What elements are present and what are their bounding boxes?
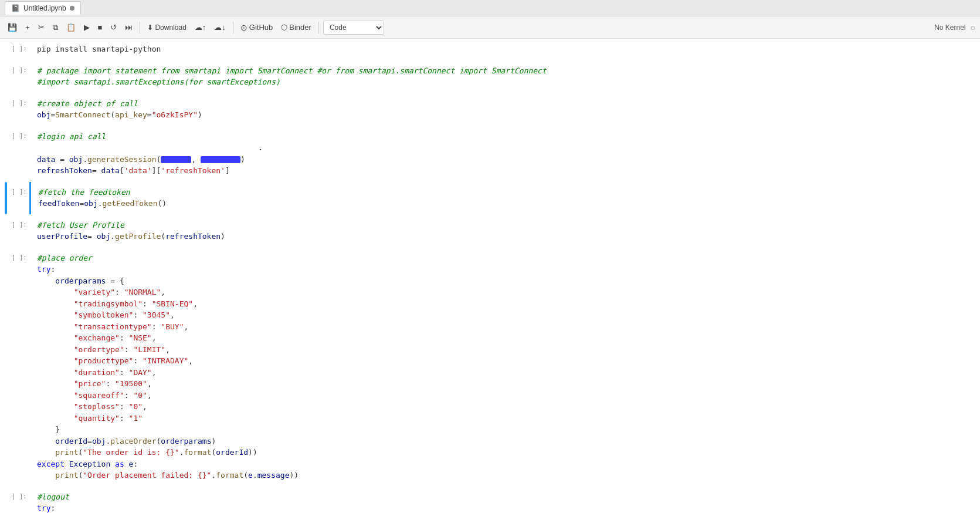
add-cell-button[interactable]: + (22, 21, 33, 33)
cell-5-content[interactable]: #fetch the feedtoken feedToken=obj.getFe… (29, 182, 980, 214)
github-label: GitHub (249, 23, 273, 32)
cell-3-content[interactable]: #create object of call obj=SmartConnect(… (29, 93, 980, 126)
kernel-status-icon: ○ (971, 23, 975, 32)
cell-1-content[interactable]: pip install smartapi-python (29, 39, 980, 60)
cell-7-label: [ ]: (12, 254, 28, 261)
cell-5-sidebar: [ ]: (0, 182, 29, 214)
save-button[interactable]: 💾 (5, 21, 20, 33)
cell-8-content[interactable]: #logout try: (29, 487, 980, 514)
cell-8-sidebar: [ ]: (0, 487, 29, 514)
cell-type-select[interactable]: Code Markdown Raw (323, 21, 384, 35)
cell-4-label: [ ]: (12, 132, 28, 140)
download-button[interactable]: ⬇ Download (144, 22, 189, 33)
cell-5: [ ]: #fetch the feedtoken feedToken=obj.… (0, 182, 980, 215)
cell-4-data-var: data (37, 155, 55, 164)
download-icon: ⬇ (147, 23, 153, 32)
cell-2-content[interactable]: # package import statement from smartapi… (29, 60, 980, 93)
kernel-label: No Kernel (934, 23, 965, 32)
cell-3: [ ]: #create object of call obj=SmartCon… (0, 93, 980, 126)
cell-7: [ ]: #place order try: orderparams = { "… (0, 248, 980, 487)
cell-6: [ ]: #fetch User Profile userProfile= ob… (0, 215, 980, 248)
redacted-arg2 (201, 156, 240, 163)
binder-button[interactable]: ⬡ Binder (278, 21, 314, 33)
tab-icon: 📓 (11, 4, 20, 12)
cell-5-var: feedToken (38, 199, 79, 208)
download-label: Download (155, 23, 186, 32)
cell-6-content[interactable]: #fetch User Profile userProfile= obj.get… (29, 215, 980, 247)
cell-6-sidebar: [ ]: (0, 215, 29, 247)
title-bar: 📓 Untitled.ipynb (0, 0, 980, 16)
open-cloud-button[interactable]: ☁↑ (192, 21, 209, 33)
cell-1: [ ]: pip install smartapi-python (0, 39, 980, 60)
save-cloud-button[interactable]: ☁↓ (211, 21, 229, 33)
notebook-tab[interactable]: 📓 Untitled.ipynb (5, 1, 81, 15)
cell-6-comment: #fetch User Profile (37, 221, 124, 230)
github-icon: ⊙ (240, 23, 247, 32)
cell-1-label: [ ]: (12, 45, 28, 52)
cell-1-sidebar: [ ]: (0, 39, 29, 60)
run-button[interactable]: ▶ (81, 21, 93, 33)
copy-button[interactable]: ⧉ (50, 21, 61, 34)
cell-3-var: obj (37, 110, 50, 119)
tab-modified-dot (70, 6, 74, 11)
cut-button[interactable]: ✂ (35, 21, 48, 33)
cell-8: [ ]: #logout try: (0, 487, 980, 514)
binder-icon: ⬡ (281, 23, 287, 32)
cell-3-sidebar: [ ]: (0, 93, 29, 126)
cell-7-sidebar: [ ]: (0, 248, 29, 486)
active-bracket (5, 182, 7, 214)
tab-title: Untitled.ipynb (23, 4, 66, 12)
cell-4-content[interactable]: #login api call data = obj.generateSessi… (29, 126, 980, 181)
sep1 (140, 22, 140, 33)
cell-2-line1: # package import statement from smartapi… (37, 66, 547, 75)
restart-run-button[interactable]: ⏭ (122, 21, 135, 33)
cell-2-line2: #import smartapi.smartExceptions(for sma… (37, 77, 280, 86)
cell-3-comment: #create object of call (37, 99, 138, 108)
sep2 (233, 22, 233, 33)
cell-8-comment: #logout (37, 492, 69, 501)
cell-4-sidebar: [ ]: (0, 126, 29, 181)
notebook-area: [ ]: pip install smartapi-python [ ]: # … (0, 39, 980, 513)
cell-1-text: pip install smartapi-python (37, 45, 161, 53)
github-button[interactable]: ⊙ GitHub (238, 21, 276, 34)
sep3 (318, 22, 319, 33)
cell-2: [ ]: # package import statement from sma… (0, 60, 980, 93)
cell-5-comment: #fetch the feedtoken (38, 188, 130, 197)
cursor-dot (260, 149, 261, 150)
cell-2-sidebar: [ ]: (0, 60, 29, 93)
paste-button[interactable]: 📋 (63, 21, 79, 33)
cell-8-label: [ ]: (12, 492, 28, 500)
cell-4-comment: #login api call (37, 132, 106, 141)
cell-7-try: try (37, 265, 50, 274)
cell-6-label: [ ]: (12, 221, 28, 228)
cell-3-label: [ ]: (12, 99, 28, 107)
cell-5-label: [ ]: (12, 188, 28, 195)
redacted-arg1 (161, 156, 191, 163)
cell-4: [ ]: #login api call data = obj.generate… (0, 126, 980, 182)
cell-7-comment: #place order (37, 254, 92, 262)
interrupt-button[interactable]: ■ (95, 21, 106, 33)
restart-button[interactable]: ↺ (107, 21, 120, 33)
cell-7-content[interactable]: #place order try: orderparams = { "varie… (29, 248, 980, 486)
cell-2-label: [ ]: (12, 66, 28, 74)
toolbar-right: No Kernel ○ (934, 23, 975, 32)
cell-6-var: userProfile (37, 232, 87, 241)
binder-label: Binder (289, 23, 311, 32)
cell-8-try: try (37, 504, 50, 512)
toolbar: 💾 + ✂ ⧉ 📋 ▶ ■ ↺ ⏭ ⬇ Download ☁↑ ☁↓ ⊙ Git… (0, 16, 980, 39)
